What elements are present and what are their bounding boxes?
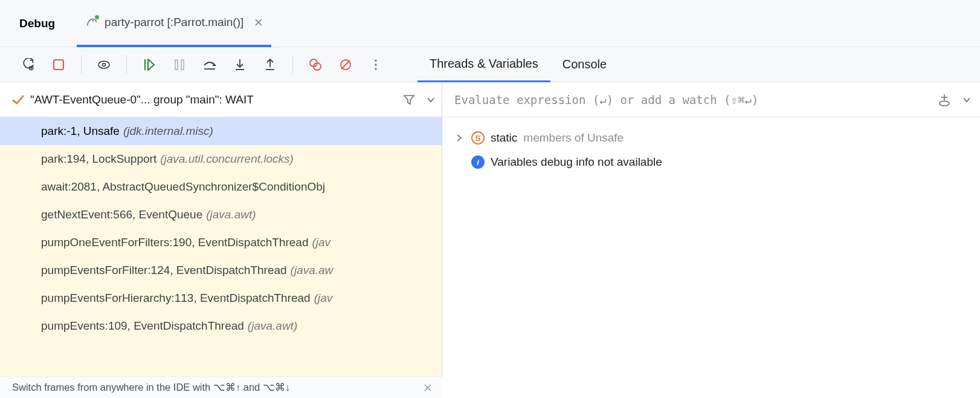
frame-text: pumpEventsForHierarchy:113, EventDispatc… — [41, 292, 311, 305]
pause-button[interactable] — [168, 53, 191, 76]
resume-button[interactable] — [138, 53, 161, 76]
svg-point-19 — [375, 59, 376, 61]
svg-point-24 — [940, 101, 949, 106]
watch-placeholder: Evaluate expression (↵) or add a watch (… — [454, 93, 932, 106]
stack-frame[interactable]: pumpEvents:109, EventDispatchThread(java… — [0, 312, 442, 340]
static-badge-icon: S — [471, 131, 485, 145]
close-tab-icon[interactable] — [254, 18, 263, 27]
variables-tree: S static members of Unsafe i Variables d… — [442, 117, 980, 174]
frame-package: (jav — [314, 292, 333, 305]
more-actions-button[interactable] — [364, 53, 387, 76]
check-icon — [12, 94, 24, 106]
frame-package: (jav — [312, 236, 331, 249]
rerun-debug-button[interactable] — [17, 53, 40, 76]
frame-package: (jdk.internal.misc) — [123, 125, 213, 138]
svg-line-18 — [341, 60, 350, 69]
filter-icon[interactable] — [403, 94, 415, 106]
svg-rect-9 — [181, 60, 184, 70]
stack-frame[interactable]: pumpEventsForHierarchy:113, EventDispatc… — [0, 284, 442, 312]
main-split: "AWT-EventQueue-0"... group "main": WAIT… — [0, 82, 980, 376]
tab-console[interactable]: Console — [550, 47, 619, 82]
separator — [292, 56, 293, 74]
stack-frame[interactable]: pumpEventsForFilter:124, EventDispatchTh… — [0, 256, 442, 284]
run-config-icon — [85, 16, 98, 29]
debug-toolbar: Threads & Variables Console — [0, 47, 980, 82]
chevron-right-icon — [456, 134, 465, 142]
stack-frame[interactable]: pumpOneEventForFilters:190, EventDispatc… — [0, 229, 442, 256]
static-label: static — [491, 131, 517, 145]
frame-text: await:2081, AbstractQueuedSynchronizer$C… — [41, 180, 325, 194]
debug-tool-window-label[interactable]: Debug — [10, 17, 65, 30]
stack-frame[interactable]: park:-1, Unsafe(jdk.internal.misc) — [0, 117, 442, 145]
step-over-button[interactable] — [198, 53, 221, 76]
svg-point-0 — [92, 20, 94, 21]
stack-frame[interactable]: getNextEvent:566, EventQueue(java.awt) — [0, 201, 442, 229]
separator — [81, 56, 82, 74]
tip-text: Switch frames from anywhere in the IDE w… — [12, 382, 290, 393]
frame-text: pumpEventsForFilter:124, EventDispatchTh… — [41, 264, 287, 277]
view-tabs: Threads & Variables Console — [417, 47, 619, 82]
frame-text: getNextEvent:566, EventQueue — [41, 208, 202, 221]
separator — [126, 56, 127, 74]
add-watch-icon[interactable] — [938, 93, 951, 106]
watch-input-row[interactable]: Evaluate expression (↵) or add a watch (… — [442, 82, 980, 117]
stack-frame[interactable]: await:2081, AbstractQueuedSynchronizer$C… — [0, 173, 442, 201]
svg-point-20 — [375, 64, 376, 65]
svg-rect-8 — [175, 60, 178, 70]
step-out-button[interactable] — [259, 53, 282, 76]
tab-threads-variables[interactable]: Threads & Variables — [417, 47, 550, 82]
svg-point-5 — [98, 61, 109, 68]
show-execution-point-button[interactable] — [92, 53, 115, 76]
chevron-down-icon[interactable] — [962, 95, 972, 105]
frame-text: park:-1, Unsafe — [41, 125, 120, 138]
mute-breakpoints-button[interactable] — [334, 53, 357, 76]
frames-list[interactable]: park:-1, Unsafe(jdk.internal.misc)park:1… — [0, 117, 442, 376]
svg-point-21 — [375, 68, 376, 70]
static-members-row[interactable]: S static members of Unsafe — [456, 126, 974, 150]
frame-text: park:194, LockSupport — [41, 152, 156, 166]
tab-bar: Debug party-parrot [:Parrot.main()] — [0, 0, 980, 47]
tip-bar: Switch frames from anywhere in the IDE w… — [0, 376, 442, 398]
frame-package: (java.util.concurrent.locks) — [160, 152, 294, 166]
stop-button[interactable] — [47, 53, 70, 76]
run-config-label: party-parrot [:Parrot.main()] — [105, 16, 243, 29]
no-debug-info-row: i Variables debug info not available — [456, 150, 974, 174]
thread-header[interactable]: "AWT-EventQueue-0"... group "main": WAIT — [0, 82, 442, 117]
info-badge-icon: i — [471, 155, 485, 169]
run-config-tab[interactable]: party-parrot [:Parrot.main()] — [77, 0, 271, 47]
frames-pane: "AWT-EventQueue-0"... group "main": WAIT… — [0, 82, 442, 376]
step-into-button[interactable] — [228, 53, 251, 76]
toolbar-buttons — [0, 53, 393, 76]
thread-title: "AWT-EventQueue-0"... group "main": WAIT — [30, 93, 397, 106]
frame-text: pumpOneEventForFilters:190, EventDispatc… — [41, 236, 309, 249]
static-suffix: members of Unsafe — [523, 131, 624, 145]
no-debug-info-text: Variables debug info not available — [491, 155, 662, 169]
close-tip-icon[interactable] — [422, 384, 434, 391]
variables-pane: Evaluate expression (↵) or add a watch (… — [442, 82, 980, 376]
frame-text: pumpEvents:109, EventDispatchThread — [41, 319, 244, 333]
stack-frame[interactable]: park:194, LockSupport(java.util.concurre… — [0, 145, 442, 173]
view-breakpoints-button[interactable] — [304, 53, 327, 76]
frame-package: (java.aw — [291, 264, 334, 277]
frame-package: (java.awt) — [206, 208, 256, 221]
svg-point-6 — [103, 63, 106, 66]
chevron-down-icon[interactable] — [426, 95, 436, 105]
svg-rect-4 — [54, 60, 63, 70]
frame-package: (java.awt) — [248, 319, 297, 333]
